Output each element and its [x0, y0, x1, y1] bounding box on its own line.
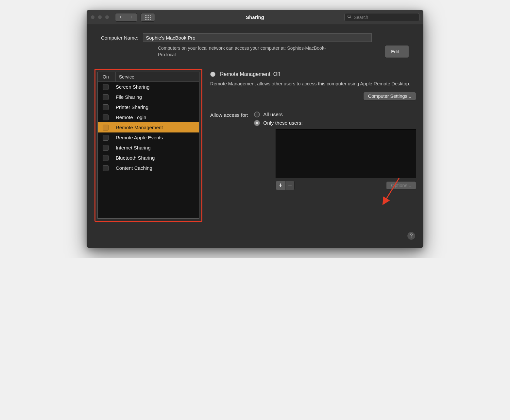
service-row[interactable]: Bluetooth Sharing [98, 153, 199, 163]
column-service-header[interactable]: Service [116, 72, 199, 81]
service-checkbox[interactable] [103, 84, 109, 90]
status-row: Remote Management: Off [210, 71, 416, 77]
service-checkbox[interactable] [103, 135, 109, 141]
service-name: Remote Login [116, 114, 146, 120]
service-row[interactable]: Screen Sharing [98, 82, 199, 92]
radio-only-these-users-label: Only these users: [263, 120, 303, 126]
main-content: On Service Screen SharingFile SharingPri… [87, 64, 423, 232]
service-checkbox[interactable] [103, 145, 109, 151]
help-button[interactable]: ? [407, 232, 416, 240]
service-name: File Sharing [116, 94, 142, 100]
close-window-button[interactable] [91, 15, 95, 19]
service-name: Printer Sharing [116, 104, 148, 110]
status-indicator-icon [210, 72, 215, 77]
service-checkbox[interactable] [103, 155, 109, 161]
chevron-left-icon [119, 15, 122, 20]
forward-button[interactable] [126, 13, 137, 22]
minus-icon [288, 183, 292, 188]
search-input[interactable] [354, 15, 416, 20]
computer-name-input[interactable] [143, 33, 372, 42]
service-name: Internet Sharing [116, 145, 151, 150]
services-header: On Service [98, 72, 199, 82]
service-row[interactable]: Content Caching [98, 163, 199, 173]
show-all-button[interactable] [141, 13, 155, 22]
svg-line-1 [350, 17, 351, 19]
service-checkbox[interactable] [103, 104, 109, 110]
allowed-users-list[interactable] [276, 129, 416, 178]
service-row[interactable]: File Sharing [98, 92, 199, 102]
zoom-window-button[interactable] [105, 15, 109, 19]
service-name: Screen Sharing [116, 84, 149, 90]
annotation-highlight-box: On Service Screen SharingFile SharingPri… [94, 69, 202, 222]
sharing-preferences-window: Sharing Computer Name: Computers on your… [87, 10, 423, 248]
window-controls [91, 15, 109, 19]
radio-only-these-users[interactable]: Only these users: [254, 120, 303, 126]
service-name: Remote Apple Events [116, 135, 163, 140]
service-row[interactable]: Printer Sharing [98, 102, 199, 112]
computer-name-label: Computer Name: [101, 35, 138, 41]
service-name: Remote Management [116, 125, 163, 130]
computer-name-section: Computer Name: Computers on your local n… [87, 25, 423, 64]
add-user-button[interactable] [276, 181, 285, 190]
radio-icon [254, 120, 260, 126]
service-name: Bluetooth Sharing [116, 155, 155, 161]
hostname-subtext: Computers on your local network can acce… [158, 45, 328, 58]
edit-hostname-button[interactable]: Edit... [385, 45, 409, 58]
status-title: Remote Management: Off [220, 71, 280, 77]
back-button[interactable] [115, 13, 126, 22]
service-row[interactable]: Remote Apple Events [98, 132, 199, 143]
allow-access-section: Allow access for: All users Only these u… [210, 112, 416, 126]
service-description: Remote Management allows other users to … [210, 80, 416, 87]
computer-settings-button[interactable]: Computer Settings... [363, 92, 416, 100]
plus-icon [279, 183, 282, 188]
remove-user-button[interactable] [285, 181, 294, 190]
radio-all-users[interactable]: All users [254, 112, 303, 117]
svg-point-0 [348, 15, 350, 18]
minimize-window-button[interactable] [98, 15, 102, 19]
chevron-right-icon [130, 15, 133, 20]
service-checkbox[interactable] [103, 114, 109, 120]
service-detail: Remote Management: Off Remote Management… [202, 69, 418, 222]
service-checkbox[interactable] [103, 165, 109, 171]
search-field[interactable] [344, 13, 419, 21]
radio-icon [254, 112, 260, 117]
services-list[interactable]: Screen SharingFile SharingPrinter Sharin… [98, 82, 199, 218]
titlebar: Sharing [87, 10, 423, 25]
service-checkbox[interactable] [103, 94, 109, 100]
services-panel: On Service Screen SharingFile SharingPri… [97, 72, 199, 219]
search-icon [347, 14, 354, 20]
grid-icon [145, 15, 151, 19]
footer: ? [87, 232, 423, 248]
service-checkbox[interactable] [103, 125, 109, 131]
options-button[interactable]: Options... [386, 181, 416, 190]
service-row[interactable]: Internet Sharing [98, 143, 199, 153]
column-on-header[interactable]: On [98, 72, 116, 81]
allow-access-label: Allow access for: [210, 112, 248, 126]
service-name: Content Caching [116, 165, 152, 171]
help-icon: ? [410, 233, 413, 239]
service-row[interactable]: Remote Login [98, 112, 199, 122]
radio-all-users-label: All users [263, 112, 282, 117]
nav-segment [115, 13, 137, 22]
service-row[interactable]: Remote Management [98, 122, 199, 132]
users-actions: Options... [276, 181, 416, 190]
